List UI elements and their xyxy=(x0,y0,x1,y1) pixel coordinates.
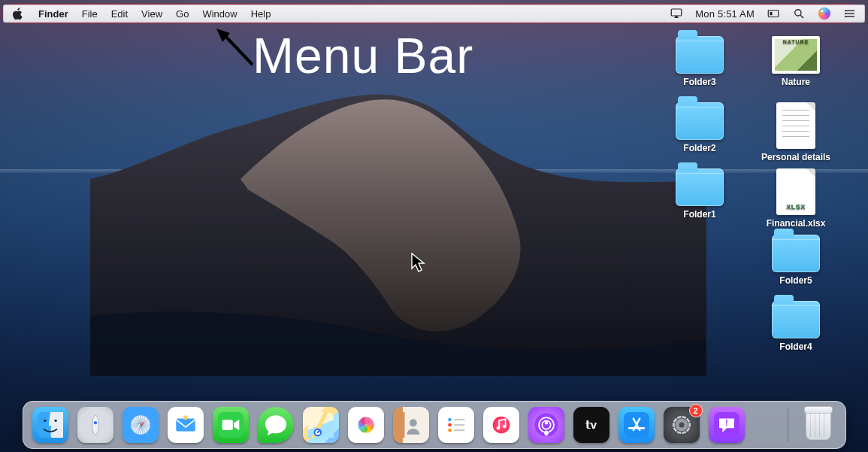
podcasts-icon xyxy=(534,412,559,438)
dock-divider xyxy=(788,408,788,441)
menubar-item-file[interactable]: File xyxy=(82,8,98,20)
svg-point-64 xyxy=(409,419,416,426)
desktop-icon-folder4[interactable]: Folder4 xyxy=(760,301,832,352)
folder-icon xyxy=(676,102,724,140)
svg-rect-0 xyxy=(671,9,682,16)
svg-rect-2 xyxy=(770,12,773,16)
photos-icon xyxy=(353,412,379,438)
dock: 𝘁v2! xyxy=(23,401,846,449)
siri-icon[interactable] xyxy=(818,7,831,20)
svg-line-11 xyxy=(222,33,253,65)
contacts-icon xyxy=(398,412,424,438)
svg-rect-63 xyxy=(398,412,405,438)
folder-icon xyxy=(772,301,820,338)
dock-app-mail[interactable] xyxy=(168,407,204,443)
dock-app-safari[interactable] xyxy=(122,407,159,443)
svg-point-74 xyxy=(496,426,499,429)
dock-app-reminders[interactable] xyxy=(438,407,474,443)
menubar-item-window[interactable]: Window xyxy=(202,8,237,20)
menubar-item-edit[interactable]: Edit xyxy=(111,8,128,20)
menubar: Finder File Edit View Go Window Help Mon… xyxy=(3,5,865,23)
spotlight-search-icon[interactable] xyxy=(792,7,806,20)
dock-app-contacts[interactable] xyxy=(393,407,429,443)
folder-icon xyxy=(772,235,820,272)
messages-icon xyxy=(263,412,289,438)
menubar-app-name[interactable]: Finder xyxy=(38,8,68,20)
svg-point-8 xyxy=(845,10,846,11)
svg-point-14 xyxy=(44,420,46,422)
svg-text:!: ! xyxy=(725,418,728,427)
menubar-item-go[interactable]: Go xyxy=(176,8,189,20)
dock-app-settings[interactable]: 2 xyxy=(664,407,700,443)
svg-rect-90 xyxy=(672,423,674,427)
dock-app-messages[interactable] xyxy=(258,407,294,443)
document-file-icon xyxy=(776,102,815,149)
dock-app-feedback[interactable]: ! xyxy=(709,407,745,443)
svg-point-10 xyxy=(845,16,846,17)
control-strip-icon[interactable] xyxy=(767,7,780,20)
dock-app-finder[interactable] xyxy=(32,407,68,443)
svg-point-9 xyxy=(845,13,846,14)
svg-marker-12 xyxy=(216,29,230,42)
svg-point-68 xyxy=(448,429,452,432)
svg-rect-53 xyxy=(353,412,379,438)
notification-center-icon[interactable] xyxy=(843,7,857,20)
svg-point-15 xyxy=(54,420,56,422)
svg-point-48 xyxy=(183,415,188,420)
svg-rect-47 xyxy=(176,419,195,432)
svg-rect-1 xyxy=(768,11,779,17)
desktop-icon-financial-xlsx[interactable]: Financial.xlsx xyxy=(760,168,832,229)
feedback-icon: ! xyxy=(714,412,739,438)
folder-icon xyxy=(676,36,724,74)
dock-app-music[interactable] xyxy=(483,407,519,443)
desktop-icon-label: Folder5 xyxy=(779,275,812,286)
macos-desktop: Finder File Edit View Go Window Help Mon… xyxy=(0,0,868,452)
menubar-item-view[interactable]: View xyxy=(141,8,162,20)
dock-app-launchpad[interactable] xyxy=(77,407,113,443)
menubar-clock[interactable]: Mon 5:51 AM xyxy=(695,8,755,20)
desktop-icon-label: Personal details xyxy=(761,152,830,162)
apple-logo-icon[interactable] xyxy=(11,7,25,20)
desktop-icon-folder2[interactable]: Folder2 xyxy=(664,102,736,153)
mail-icon xyxy=(173,412,198,438)
menubar-item-help[interactable]: Help xyxy=(251,8,271,20)
svg-point-75 xyxy=(503,425,506,428)
desktop-icon-label: Financial.xlsx xyxy=(767,218,826,229)
spreadsheet-file-icon xyxy=(776,168,815,215)
appstore-icon xyxy=(624,412,649,438)
dock-app-tv[interactable]: 𝘁v xyxy=(573,407,609,443)
annotation-arrow-icon xyxy=(215,27,260,72)
airplay-icon[interactable] xyxy=(670,7,683,20)
desktop-icon-nature[interactable]: Nature xyxy=(760,36,832,87)
svg-point-96 xyxy=(679,422,684,427)
dock-app-maps[interactable] xyxy=(303,407,339,443)
safari-icon xyxy=(128,412,153,438)
launchpad-icon xyxy=(83,412,108,438)
dock-app-podcasts[interactable] xyxy=(528,407,564,443)
trash-icon xyxy=(806,410,831,440)
desktop-icon-personal-details[interactable]: Personal details xyxy=(760,102,832,162)
desktop-icon-folder5[interactable]: Folder5 xyxy=(760,235,832,286)
desktop-icon-label: Folder4 xyxy=(779,341,812,352)
facetime-icon xyxy=(218,412,243,438)
dock-trash[interactable] xyxy=(800,407,836,443)
maps-icon xyxy=(308,412,334,438)
tv-app-text: 𝘁v xyxy=(585,418,597,432)
dock-app-facetime[interactable] xyxy=(213,407,249,443)
desktop-icon-folder3[interactable]: Folder3 xyxy=(664,36,736,87)
svg-point-73 xyxy=(492,417,510,434)
dock-app-photos[interactable] xyxy=(348,407,384,443)
desktop-icon-folder1[interactable]: Folder1 xyxy=(664,168,736,220)
reminders-icon xyxy=(443,412,469,438)
desktop-icon-label: Nature xyxy=(782,77,810,87)
horizon-decoration xyxy=(0,169,868,174)
finder-icon xyxy=(38,412,63,438)
svg-point-66 xyxy=(448,418,452,422)
dock-app-appstore[interactable] xyxy=(618,407,655,443)
svg-point-17 xyxy=(93,421,96,424)
dock-badge: 2 xyxy=(689,404,703,417)
wallpaper-island xyxy=(90,90,706,376)
svg-line-4 xyxy=(800,15,803,18)
svg-point-3 xyxy=(795,10,801,16)
music-icon xyxy=(488,412,514,438)
